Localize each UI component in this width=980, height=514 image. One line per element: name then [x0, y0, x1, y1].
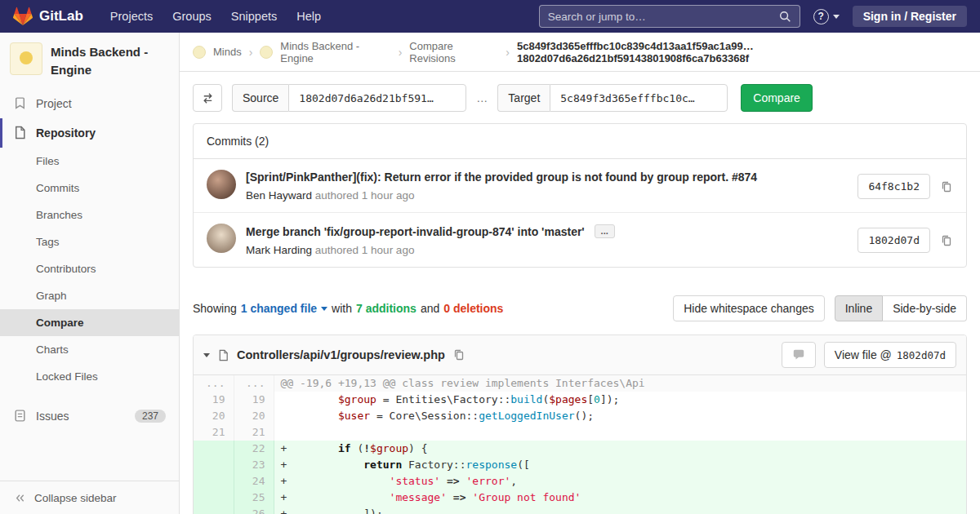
sidebar-item-charts[interactable]: Charts: [0, 336, 179, 363]
commit-sha-button[interactable]: 1802d07d: [858, 228, 930, 253]
sidebar-item-contributors[interactable]: Contributors: [0, 255, 179, 282]
file-icon: [217, 349, 229, 361]
sidebar-project-name: Minds Backend - Engine: [51, 42, 167, 79]
main-content: Minds › Minds Backend - Engine › Compare…: [180, 33, 980, 514]
avatar[interactable]: [207, 170, 236, 199]
gitlab-home-link[interactable]: GitLab: [13, 7, 83, 26]
diff-new-line-number[interactable]: 20: [234, 408, 274, 424]
diff-new-line-number[interactable]: 25: [234, 490, 274, 506]
diff-new-line-number[interactable]: 19: [234, 392, 274, 408]
commit-meta: Ben Hayward authored 1 hour ago: [246, 189, 844, 202]
brand-name: GitLab: [39, 8, 83, 24]
sidebar-item-branches[interactable]: Branches: [0, 202, 179, 228]
diff-old-line-number[interactable]: [194, 441, 234, 457]
source-label: Source: [232, 84, 288, 112]
diff-code-line: + return Factory::response([: [274, 457, 966, 473]
help-dropdown[interactable]: ?: [813, 9, 840, 24]
diff-stats-row: Showing 1 changed file with 7 additions …: [193, 295, 967, 321]
compare-form: Source … Target Compare: [180, 72, 980, 123]
diff-line-hunk: ......@@ -19,6 +19,13 @@ class review im…: [194, 375, 966, 392]
commit-authored-time: authored 1 hour ago: [315, 244, 415, 256]
diff-old-line-number[interactable]: 19: [194, 392, 234, 408]
copy-commit-sha-button[interactable]: [940, 234, 953, 247]
chevron-down-icon: [833, 15, 840, 19]
diff-new-line-number[interactable]: ...: [234, 375, 274, 392]
nav-snippets[interactable]: Snippets: [222, 5, 286, 28]
diff-new-line-number[interactable]: 23: [234, 457, 274, 473]
diff-file-header: Controllers/api/v1/groups/review.php Vie…: [194, 335, 966, 375]
top-navbar: GitLab Projects Groups Snippets Help ? S…: [0, 0, 980, 33]
swap-revisions-button[interactable]: [193, 84, 222, 112]
project-icon: [13, 96, 28, 111]
sidebar-item-commits[interactable]: Commits: [0, 175, 179, 202]
breadcrumb-section-link[interactable]: Compare Revisions: [409, 40, 498, 64]
commit-author-link[interactable]: Mark Harding: [246, 244, 312, 256]
diff-new-line-number[interactable]: 26: [234, 506, 274, 514]
commit-author-link[interactable]: Ben Hayward: [246, 189, 312, 202]
toggle-comments-button[interactable]: [782, 342, 816, 368]
diff-file-path[interactable]: Controllers/api/v1/groups/review.php: [237, 348, 445, 361]
copy-commit-sha-button[interactable]: [940, 180, 953, 193]
sign-in-button[interactable]: Sign in / Register: [853, 6, 967, 27]
sidebar-item-repository[interactable]: Repository: [0, 118, 179, 148]
diff-old-line-number[interactable]: [194, 457, 234, 473]
diff-new-line-number[interactable]: 24: [234, 473, 274, 490]
diff-old-line-number[interactable]: ...: [194, 375, 234, 392]
diff-old-line-number[interactable]: [194, 506, 234, 514]
inline-view-button[interactable]: Inline: [835, 295, 883, 321]
breadcrumb-project-link[interactable]: Minds Backend - Engine: [280, 40, 390, 64]
sidebar-item-label: Issues: [36, 410, 69, 423]
breadcrumb-separator: ›: [399, 46, 403, 59]
copy-file-path-button[interactable]: [452, 348, 466, 361]
search-input[interactable]: [548, 11, 779, 23]
sidebar-item-compare[interactable]: Compare: [0, 309, 179, 336]
sidebar-item-project[interactable]: Project: [0, 89, 179, 118]
sidebar-item-tags[interactable]: Tags: [0, 228, 179, 255]
sidebar-project-header[interactable]: Minds Backend - Engine: [0, 33, 179, 87]
diff-new-line-number[interactable]: 22: [234, 441, 274, 457]
hide-whitespace-button[interactable]: Hide whitespace changes: [673, 295, 825, 321]
diff-old-line-number[interactable]: 20: [194, 408, 234, 424]
commit-authored-time: authored 1 hour ago: [315, 189, 415, 202]
compare-button[interactable]: Compare: [741, 84, 813, 112]
expand-commit-message-button[interactable]: ...: [595, 224, 615, 238]
commits-panel-header: Commits (2): [194, 124, 966, 159]
nav-projects[interactable]: Projects: [101, 5, 162, 28]
sidebar-item-issues[interactable]: Issues 237: [0, 401, 179, 431]
sidebar-item-locked-files[interactable]: Locked Files: [0, 363, 179, 390]
side-by-side-view-button[interactable]: Side-by-side: [883, 295, 967, 321]
commit-main: [Sprint/PinkPanther](fix): Return error …: [246, 170, 844, 202]
commit-actions: 1802d07d: [858, 224, 953, 253]
copy-icon: [940, 234, 953, 247]
avatar[interactable]: [207, 224, 236, 253]
diff-code-line: + 'message' => 'Group not found': [274, 490, 966, 506]
collapse-diff-icon[interactable]: [203, 353, 210, 357]
commit-sha-button[interactable]: 64f8c1b2: [858, 174, 930, 199]
changed-files-label: 1 changed file: [241, 302, 317, 315]
diff-line-add: 25+ 'message' => 'Group not found': [194, 490, 966, 506]
diff-old-line-number[interactable]: 21: [194, 424, 234, 441]
target-revision-input[interactable]: [550, 84, 728, 112]
collapse-sidebar-label: Collapse sidebar: [34, 492, 117, 504]
commit-title-link[interactable]: Merge branch 'fix/group-report-invalid-g…: [246, 225, 585, 238]
diff-line-context: 2020 $user = Core\Session::getLoggedInUs…: [194, 408, 966, 424]
sidebar-item-graph[interactable]: Graph: [0, 282, 179, 309]
nav-groups[interactable]: Groups: [163, 5, 220, 28]
sidebar-item-files[interactable]: Files: [0, 148, 179, 175]
nav-help[interactable]: Help: [287, 5, 330, 28]
search-box[interactable]: [539, 5, 800, 28]
changed-files-dropdown[interactable]: 1 changed file: [241, 302, 327, 315]
collapse-sidebar-button[interactable]: Collapse sidebar: [0, 481, 179, 514]
breadcrumb-group-link[interactable]: Minds: [213, 46, 242, 58]
view-file-button[interactable]: View file @ 1802d07d: [824, 342, 956, 368]
sidebar-nav: Project Repository Files Commits Branche…: [0, 87, 179, 481]
commit-title-link[interactable]: [Sprint/PinkPanther](fix): Return error …: [246, 171, 757, 184]
diff-line-sign: [281, 426, 287, 438]
diff-old-line-number[interactable]: [194, 473, 234, 490]
diff-old-line-number[interactable]: [194, 490, 234, 506]
diff-new-line-number[interactable]: 21: [234, 424, 274, 441]
diff-line-add: 23+ return Factory::response([: [194, 457, 966, 473]
view-file-sha: 1802d07d: [897, 349, 946, 361]
repository-icon: [13, 126, 28, 140]
source-revision-input[interactable]: [288, 84, 466, 112]
